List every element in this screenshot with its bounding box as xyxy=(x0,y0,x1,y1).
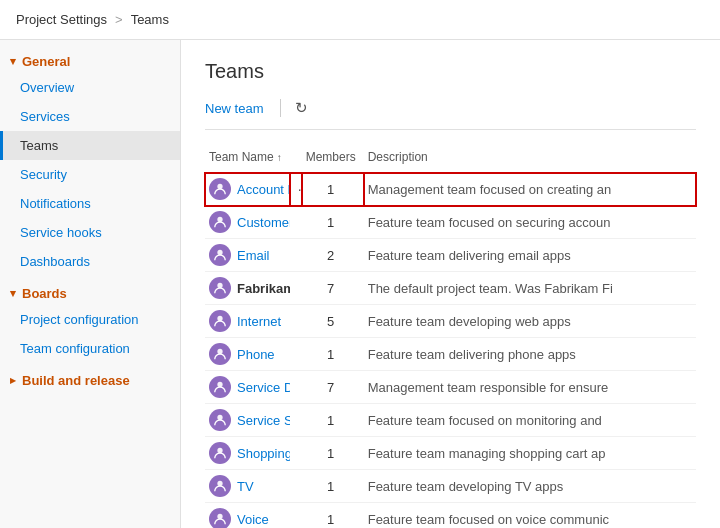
table-row[interactable]: Voice1Feature team focused on voice comm… xyxy=(205,503,696,529)
team-name-phone[interactable]: Phone xyxy=(237,347,275,362)
sidebar-item-teams[interactable]: Teams xyxy=(0,131,180,160)
team-icon xyxy=(209,442,231,464)
team-description-service-status: Feature team focused on monitoring and xyxy=(364,404,696,437)
sidebar-item-service-hooks[interactable]: Service hooks xyxy=(0,218,180,247)
team-members-service-delivery: 7 xyxy=(302,371,364,404)
page-title: Teams xyxy=(205,60,696,83)
sidebar-section-build-release[interactable]: ▸Build and release xyxy=(0,363,180,392)
team-icon xyxy=(209,376,231,398)
sort-arrow-icon: ↑ xyxy=(277,152,282,163)
sidebar-section-label: Build and release xyxy=(22,373,130,388)
team-icon xyxy=(209,508,231,528)
chevron-icon: ▸ xyxy=(10,374,16,387)
team-name-fabrikam-team[interactable]: Fabrikam Team xyxy=(237,281,290,296)
team-name-cell-account-management: Account Management xyxy=(205,173,290,206)
table-row[interactable]: Service Delivery7Management team respons… xyxy=(205,371,696,404)
team-members-customer-profile: 1 xyxy=(302,206,364,239)
table-row[interactable]: Customer Profile1Feature team focused on… xyxy=(205,206,696,239)
sidebar-item-security[interactable]: Security xyxy=(0,160,180,189)
svg-point-7 xyxy=(217,415,222,420)
breadcrumb-parent[interactable]: Project Settings xyxy=(16,12,107,27)
team-members-voice: 1 xyxy=(302,503,364,529)
team-more-cell-service-status xyxy=(290,404,302,437)
team-name-customer-profile[interactable]: Customer Profile xyxy=(237,215,290,230)
team-more-cell-internet xyxy=(290,305,302,338)
sidebar-item-project-config[interactable]: Project configuration xyxy=(0,305,180,334)
team-name-account-management[interactable]: Account Management xyxy=(237,182,290,197)
team-name-cell-email: Email xyxy=(205,239,290,272)
sidebar-section-boards[interactable]: ▾Boards xyxy=(0,276,180,305)
team-name-voice[interactable]: Voice xyxy=(237,512,269,527)
team-more-cell-voice xyxy=(290,503,302,529)
toolbar-divider xyxy=(280,99,281,117)
breadcrumb-separator: > xyxy=(115,12,123,27)
team-more-cell-tv xyxy=(290,470,302,503)
svg-point-6 xyxy=(217,382,222,387)
team-icon xyxy=(209,475,231,497)
sidebar-item-services[interactable]: Services xyxy=(0,102,180,131)
team-name-cell-service-status: Service Status xyxy=(205,404,290,437)
svg-point-3 xyxy=(217,283,222,288)
new-team-button[interactable]: New team xyxy=(205,99,270,118)
team-name-service-delivery[interactable]: Service Delivery xyxy=(237,380,290,395)
team-more-cell-account-management: ··· xyxy=(290,173,302,206)
table-row[interactable]: Fabrikam Team7The default project team. … xyxy=(205,272,696,305)
team-more-cell-service-delivery xyxy=(290,371,302,404)
team-name-shopping-cart[interactable]: Shopping Cart xyxy=(237,446,290,461)
sidebar-item-notifications[interactable]: Notifications xyxy=(0,189,180,218)
team-name-internet[interactable]: Internet xyxy=(237,314,281,329)
sidebar-item-overview[interactable]: Overview xyxy=(0,73,180,102)
refresh-button[interactable]: ↻ xyxy=(291,97,312,119)
team-description-tv: Feature team developing TV apps xyxy=(364,470,696,503)
team-name-cell-service-delivery: Service Delivery xyxy=(205,371,290,404)
col-header-name[interactable]: Team Name↑ xyxy=(205,146,290,173)
team-members-service-status: 1 xyxy=(302,404,364,437)
team-name-cell-fabrikam-team: Fabrikam Team xyxy=(205,272,290,305)
table-row[interactable]: Phone1Feature team delivering phone apps xyxy=(205,338,696,371)
svg-point-4 xyxy=(217,316,222,321)
top-bar: Project Settings > Teams xyxy=(0,0,720,40)
team-name-service-status[interactable]: Service Status xyxy=(237,413,290,428)
sidebar-section-general[interactable]: ▾General xyxy=(0,44,180,73)
chevron-icon: ▾ xyxy=(10,55,16,68)
svg-point-1 xyxy=(217,217,222,222)
team-icon xyxy=(209,310,231,332)
team-name-tv[interactable]: TV xyxy=(237,479,254,494)
team-description-email: Feature team delivering email apps xyxy=(364,239,696,272)
team-members-tv: 1 xyxy=(302,470,364,503)
svg-point-9 xyxy=(217,481,222,486)
team-icon xyxy=(209,211,231,233)
team-description-voice: Feature team focused on voice communic xyxy=(364,503,696,529)
svg-point-0 xyxy=(217,184,222,189)
toolbar: New team ↻ xyxy=(205,97,696,130)
team-description-service-delivery: Management team responsible for ensure xyxy=(364,371,696,404)
team-name-email[interactable]: Email xyxy=(237,248,270,263)
team-more-button-account-management[interactable]: ··· xyxy=(294,181,302,197)
col-header-description: Description xyxy=(364,146,696,173)
team-description-internet: Feature team developing web apps xyxy=(364,305,696,338)
team-icon xyxy=(209,178,231,200)
team-description-shopping-cart: Feature team managing shopping cart ap xyxy=(364,437,696,470)
table-row[interactable]: Account Management···1Management team fo… xyxy=(205,173,696,206)
team-name-cell-internet: Internet xyxy=(205,305,290,338)
table-row[interactable]: Email2Feature team delivering email apps xyxy=(205,239,696,272)
sidebar-item-dashboards[interactable]: Dashboards xyxy=(0,247,180,276)
refresh-icon: ↻ xyxy=(295,99,308,117)
team-name-cell-phone: Phone xyxy=(205,338,290,371)
team-members-email: 2 xyxy=(302,239,364,272)
table-row[interactable]: TV1Feature team developing TV apps xyxy=(205,470,696,503)
sidebar-item-team-config[interactable]: Team configuration xyxy=(0,334,180,363)
team-name-cell-voice: Voice xyxy=(205,503,290,529)
svg-point-8 xyxy=(217,448,222,453)
team-more-cell-email xyxy=(290,239,302,272)
svg-point-2 xyxy=(217,250,222,255)
main-content: Teams New team ↻ Team Name↑MembersDescri… xyxy=(181,40,720,528)
sidebar-section-label: Boards xyxy=(22,286,67,301)
table-row[interactable]: Internet5Feature team developing web app… xyxy=(205,305,696,338)
table-row[interactable]: Shopping Cart1Feature team managing shop… xyxy=(205,437,696,470)
team-members-account-management: 1 xyxy=(302,173,364,206)
team-name-cell-shopping-cart: Shopping Cart xyxy=(205,437,290,470)
team-description-phone: Feature team delivering phone apps xyxy=(364,338,696,371)
sidebar: ▾GeneralOverviewServicesTeamsSecurityNot… xyxy=(0,40,181,528)
table-row[interactable]: Service Status1Feature team focused on m… xyxy=(205,404,696,437)
